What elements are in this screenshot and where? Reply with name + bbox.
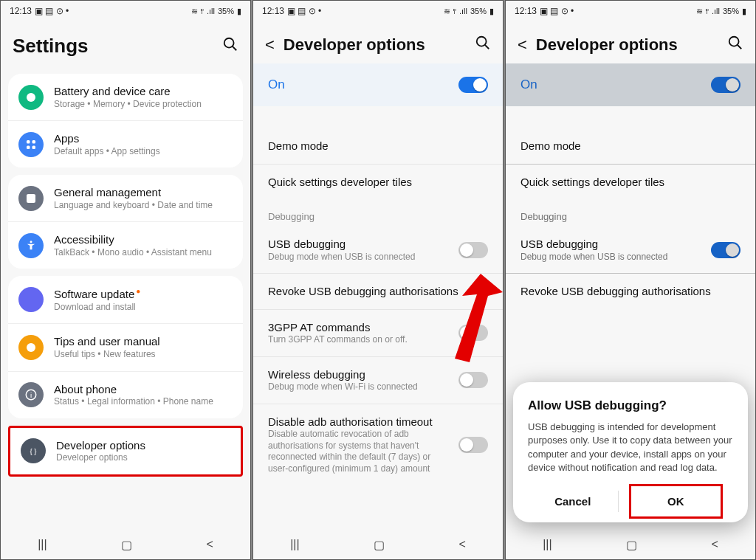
page-title: Settings: [13, 35, 213, 58]
item-sub: Developer options: [56, 452, 230, 464]
ok-button[interactable]: OK: [629, 484, 724, 519]
dev-item-adb-timeout[interactable]: Disable adb authorisation timeout Disabl…: [253, 404, 503, 485]
developer-icon: { }: [21, 438, 46, 463]
adb-timeout-toggle[interactable]: [458, 437, 488, 453]
wireless-debug-toggle[interactable]: [458, 372, 488, 388]
search-icon[interactable]: [475, 35, 491, 55]
recents-icon[interactable]: |||: [543, 538, 551, 551]
page-title: Developer options: [284, 35, 466, 55]
item-sub: Storage • Memory • Device protection: [54, 99, 233, 111]
status-time: 12:13: [262, 6, 284, 16]
back-icon[interactable]: <: [265, 35, 275, 55]
svg-point-13: [477, 37, 487, 46]
item-sub: TalkBack • Mono audio • Assistant menu: [54, 247, 233, 259]
master-toggle[interactable]: [458, 77, 488, 93]
settings-item-apps[interactable]: Apps Default apps • App settings: [8, 120, 243, 167]
dev-item-usb-debugging[interactable]: USB debugging Debug mode when USB is con…: [253, 227, 503, 273]
update-icon: [18, 287, 44, 312]
dialog-body: USB debugging is intended for developmen…: [528, 421, 733, 474]
svg-text:{ }: { }: [30, 447, 37, 455]
navigation-bar: ||| ▢ <: [1, 530, 250, 559]
dev-item-demo-mode[interactable]: Demo mode: [253, 128, 503, 164]
settings-item-update[interactable]: Software update● Download and install: [8, 276, 243, 323]
status-battery-text: 35%: [723, 7, 739, 15]
status-notif-icons: ▣ ▤ ⊙ •: [540, 6, 574, 16]
home-icon[interactable]: ▢: [121, 538, 132, 552]
svg-point-16: [729, 37, 739, 46]
search-icon[interactable]: [222, 36, 238, 56]
svg-rect-4: [32, 140, 36, 144]
dev-item-3gpp[interactable]: 3GPP AT commands Turn 3GPP AT commands o…: [253, 310, 503, 356]
master-toggle[interactable]: [711, 77, 740, 93]
svg-line-14: [485, 45, 489, 49]
settings-item-general[interactable]: General management Language and keyboard…: [8, 175, 243, 221]
navigation-bar: ||| ▢ <: [253, 530, 503, 559]
dev-item-quick-tiles[interactable]: Quick settings developer tiles: [253, 165, 503, 200]
settings-screen: 12:13 ▣ ▤ ⊙ • ≋ ⫯ .ıll 35% ▮ Settings Ba…: [0, 0, 251, 560]
recents-icon[interactable]: |||: [38, 538, 47, 551]
status-bar: 12:13 ▣ ▤ ⊙ • ≋ ⫯ .ıll 35% ▮: [506, 1, 755, 21]
battery-icon: ▮: [742, 7, 746, 16]
recents-icon[interactable]: |||: [290, 538, 299, 551]
dev-item-quick-tiles[interactable]: Quick settings developer tiles: [506, 165, 755, 200]
cancel-button[interactable]: Cancel: [528, 486, 618, 516]
settings-header: Settings: [1, 21, 250, 66]
general-icon: [18, 186, 44, 211]
master-toggle-row[interactable]: On: [253, 63, 503, 106]
back-nav-icon[interactable]: <: [206, 538, 213, 551]
usb-debugging-toggle[interactable]: [711, 242, 740, 258]
dev-item-demo-mode[interactable]: Demo mode: [506, 128, 755, 164]
item-sub: Language and keyboard • Date and time: [54, 200, 233, 212]
master-toggle-row[interactable]: On: [506, 63, 755, 106]
page-title: Developer options: [536, 35, 718, 55]
3gpp-toggle[interactable]: [458, 325, 488, 341]
developer-options-list: Demo mode Quick settings developer tiles…: [253, 106, 503, 530]
battery-care-icon: [18, 85, 44, 110]
settings-item-accessibility[interactable]: Accessibility TalkBack • Mono audio • As…: [8, 221, 243, 269]
master-toggle-label: On: [520, 77, 537, 92]
home-icon[interactable]: ▢: [626, 538, 637, 552]
svg-line-17: [738, 45, 742, 49]
back-nav-icon[interactable]: <: [711, 538, 718, 551]
dev-item-revoke-auth[interactable]: Revoke USB debugging authorisations: [506, 274, 755, 309]
back-nav-icon[interactable]: <: [458, 538, 465, 551]
developer-header: < Developer options: [506, 21, 755, 63]
svg-point-2: [27, 93, 35, 102]
svg-point-9: [27, 343, 35, 352]
apps-icon: [18, 132, 44, 157]
svg-point-8: [30, 241, 32, 243]
debugging-section-label: Debugging: [506, 199, 755, 227]
item-title: Battery and device care: [54, 84, 233, 99]
battery-icon: ▮: [237, 7, 241, 16]
usb-debugging-toggle[interactable]: [458, 242, 488, 258]
settings-item-battery[interactable]: Battery and device care Storage • Memory…: [8, 74, 243, 120]
developer-options-screen: 12:13 ▣ ▤ ⊙ • ≋ ⫯ .ıll 35% ▮ < Developer…: [252, 0, 504, 560]
debugging-section-label: Debugging: [253, 199, 503, 227]
item-sub: Default apps • App settings: [54, 146, 233, 158]
svg-rect-7: [27, 194, 35, 203]
status-battery-text: 35%: [470, 7, 487, 15]
status-notif-icons: ▣ ▤ ⊙ •: [35, 6, 69, 16]
settings-item-tips[interactable]: Tips and user manual Useful tips • New f…: [8, 323, 243, 370]
settings-item-about[interactable]: i About phone Status • Legal information…: [8, 371, 243, 418]
item-title: About phone: [54, 382, 233, 397]
home-icon[interactable]: ▢: [374, 538, 385, 552]
svg-rect-3: [27, 140, 30, 144]
search-icon[interactable]: [727, 35, 743, 55]
dev-item-wireless-debug[interactable]: Wireless debugging Debug mode when Wi-Fi…: [253, 357, 503, 404]
back-icon[interactable]: <: [518, 35, 527, 55]
usb-debugging-dialog: Allow USB debugging? USB debugging is in…: [513, 382, 748, 522]
item-title: Tips and user manual: [54, 334, 233, 349]
master-toggle-label: On: [268, 77, 285, 92]
dev-item-usb-debugging[interactable]: USB debugging Debug mode when USB is con…: [506, 227, 755, 273]
status-signal-icons: ≋ ⫯ .ıll: [696, 7, 720, 16]
item-title: Developer options: [56, 438, 230, 453]
dev-item-revoke-auth[interactable]: Revoke USB debugging authorisations: [253, 274, 503, 309]
item-title: Apps: [54, 131, 233, 146]
battery-icon: ▮: [489, 7, 494, 16]
status-signal-icons: ≋ ⫯ .ıll: [444, 7, 467, 16]
status-signal-icons: ≋ ⫯ .ıll: [191, 7, 215, 16]
settings-item-developer[interactable]: { } Developer options Developer options: [10, 428, 241, 474]
svg-text:i: i: [30, 391, 32, 399]
status-time: 12:13: [10, 6, 32, 16]
